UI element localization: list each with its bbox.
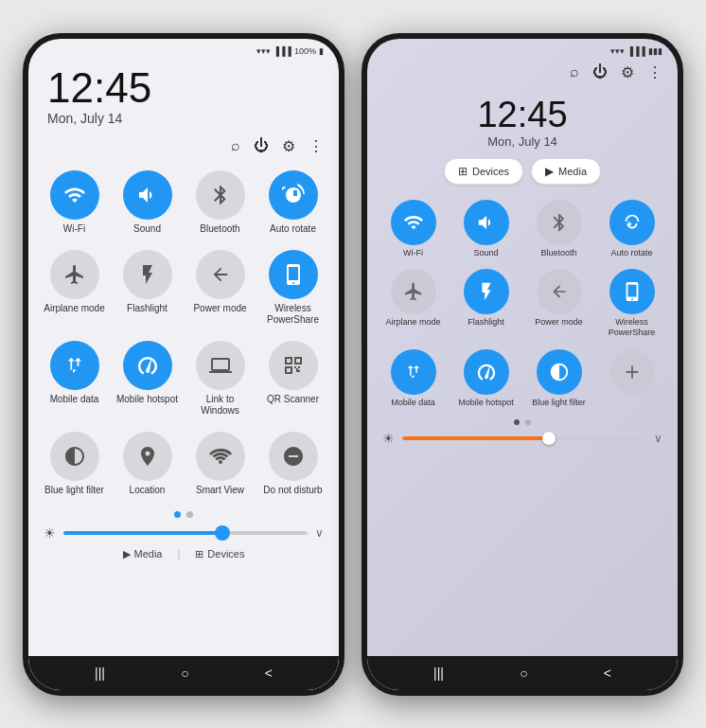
sound-btn-right[interactable]	[464, 200, 509, 245]
more-icon-right[interactable]: ⋮	[647, 63, 662, 81]
tile-bluetooth-right[interactable]: Bluetooth	[522, 194, 595, 264]
brightness-slider-left[interactable]	[63, 531, 308, 535]
airplane-btn-left[interactable]	[50, 250, 99, 299]
tile-powermode-right[interactable]: Power mode	[522, 263, 595, 344]
devices-label-left: Devices	[207, 548, 244, 559]
tile-mobiledata-left[interactable]: Mobile data	[38, 333, 111, 424]
devices-tab-label: Devices	[472, 166, 509, 177]
power-icon-right[interactable]: ⏻	[592, 63, 608, 80]
powermode-btn-left[interactable]	[196, 250, 245, 299]
tile-autorotate-right[interactable]: Auto rotate	[595, 194, 668, 264]
tile-airplane-right[interactable]: Airplane mode	[377, 263, 450, 344]
signal-right: ▐▐▐	[627, 46, 645, 56]
brightness-thumb-left[interactable]	[215, 525, 230, 541]
signal-icon: ▐▐▐	[274, 46, 291, 56]
tile-airplane-left[interactable]: Airplane mode	[38, 242, 111, 333]
tile-autorotate-left[interactable]: Auto rotate	[256, 163, 329, 242]
tile-flashlight-left[interactable]: Flashlight	[111, 242, 184, 333]
airplane-btn-right[interactable]	[391, 269, 436, 314]
nav-home-left[interactable]: ○	[181, 666, 188, 681]
tile-wifi-left[interactable]: Wi-Fi	[38, 163, 111, 242]
brightness-chevron-left[interactable]: ∨	[315, 526, 324, 540]
tile-mobiledata-right[interactable]: Mobile data	[377, 344, 450, 414]
link-btn-left[interactable]	[196, 341, 245, 390]
nav-back-left[interactable]: <	[265, 666, 273, 681]
media-tab-btn[interactable]: ▶ Media	[531, 158, 601, 185]
wireless-btn-left[interactable]	[269, 250, 318, 299]
brightness-row-right: ☀ ∨	[367, 427, 678, 450]
devices-icon-left: ⊞	[195, 548, 203, 560]
powermode-btn-right[interactable]	[537, 269, 582, 314]
nav-home-right[interactable]: ○	[520, 666, 527, 681]
plus-btn-right[interactable]	[609, 349, 655, 395]
bluelight-btn-left[interactable]	[50, 432, 99, 481]
dnd-btn-left[interactable]	[269, 432, 318, 481]
mobiledata-label-right: Mobile data	[391, 398, 435, 408]
nav-recent-right[interactable]: |||	[433, 666, 444, 681]
nav-recent-left[interactable]: |||	[95, 666, 105, 681]
autorotate-label-right: Auto rotate	[610, 248, 652, 258]
devices-tab-btn[interactable]: ⊞ Devices	[444, 158, 523, 185]
battery-label: 100%	[294, 46, 316, 56]
airplane-label-right: Airplane mode	[385, 317, 440, 328]
smartview-btn-left[interactable]	[196, 432, 245, 481]
brightness-chevron-right[interactable]: ∨	[654, 432, 662, 445]
tile-sound-right[interactable]: Sound	[450, 194, 522, 264]
flashlight-btn-left[interactable]	[123, 250, 172, 299]
devices-item-left[interactable]: ⊞ Devices	[195, 548, 244, 560]
flashlight-btn-right[interactable]	[464, 269, 509, 314]
tile-hotspot-left[interactable]: Mobile hotspot	[111, 333, 184, 424]
tile-bluetooth-left[interactable]: Bluetooth	[184, 163, 256, 242]
tile-flashlight-right[interactable]: Flashlight	[450, 263, 522, 344]
location-btn-left[interactable]	[123, 432, 172, 481]
tile-powermode-left[interactable]: Power mode	[184, 242, 256, 333]
tile-bluelight-right[interactable]: Blue light filter	[522, 344, 595, 414]
tile-hotspot-right[interactable]: Mobile hotspot	[450, 344, 522, 414]
media-item-left[interactable]: ▶ Media	[123, 548, 163, 560]
tile-wireless-right[interactable]: Wireless PowerShare	[595, 263, 668, 344]
bluelight-label-left: Blue light filter	[44, 485, 104, 496]
wifi-btn-right[interactable]	[391, 200, 436, 245]
settings-icon-right[interactable]: ⚙	[621, 63, 634, 81]
search-icon-left[interactable]: ⌕	[231, 137, 240, 154]
autorotate-btn-right[interactable]	[609, 200, 655, 245]
search-icon-right[interactable]: ⌕	[570, 63, 579, 80]
wifi-btn-left[interactable]	[50, 170, 99, 220]
bluelight-btn-right[interactable]	[537, 349, 582, 395]
power-icon-left[interactable]: ⏻	[254, 137, 269, 154]
qr-btn-left[interactable]	[269, 341, 318, 390]
airplane-label-left: Airplane mode	[44, 303, 104, 314]
bluetooth-btn-left[interactable]	[196, 170, 245, 220]
hotspot-btn-left[interactable]	[123, 341, 172, 390]
settings-icon-left[interactable]: ⚙	[282, 137, 295, 155]
tile-wifi-right[interactable]: Wi-Fi	[377, 194, 450, 264]
autorotate-btn-left[interactable]	[269, 170, 318, 220]
brightness-thumb-right[interactable]	[542, 432, 556, 445]
tile-link-left[interactable]: Link to Windows	[184, 333, 256, 424]
brightness-slider-right[interactable]	[402, 436, 646, 440]
tile-bluelight-left[interactable]: Blue light filter	[38, 424, 111, 504]
page-dots-left	[28, 507, 339, 522]
left-time-section: 12:45 Mon, July 14	[28, 60, 339, 130]
sound-label-left: Sound	[133, 223, 161, 235]
mobiledata-btn-left[interactable]	[50, 341, 99, 390]
autorotate-label-left: Auto rotate	[270, 223, 316, 235]
tile-dnd-left[interactable]: Do not disturb	[256, 424, 329, 504]
wireless-btn-right[interactable]	[609, 269, 655, 314]
nav-back-right[interactable]: <	[604, 666, 611, 681]
tile-sound-left[interactable]: Sound	[111, 163, 184, 242]
tile-wireless-left[interactable]: Wireless PowerShare	[256, 242, 329, 333]
more-icon-left[interactable]: ⋮	[309, 137, 324, 155]
hotspot-btn-right[interactable]	[464, 349, 509, 395]
bluetooth-btn-right[interactable]	[537, 200, 582, 245]
mobiledata-btn-right[interactable]	[391, 349, 436, 395]
brightness-icon-right: ☀	[382, 431, 395, 446]
tile-qr-left[interactable]: QR Scanner	[256, 333, 329, 424]
sound-btn-left[interactable]	[123, 170, 172, 220]
tile-smartview-left[interactable]: Smart View	[184, 424, 256, 504]
sound-label-right: Sound	[473, 248, 498, 258]
right-date: Mon, July 14	[386, 134, 659, 149]
hotspot-label-right: Mobile hotspot	[458, 398, 514, 408]
tile-plus-right[interactable]	[595, 344, 668, 414]
tile-location-left[interactable]: Location	[111, 424, 184, 504]
